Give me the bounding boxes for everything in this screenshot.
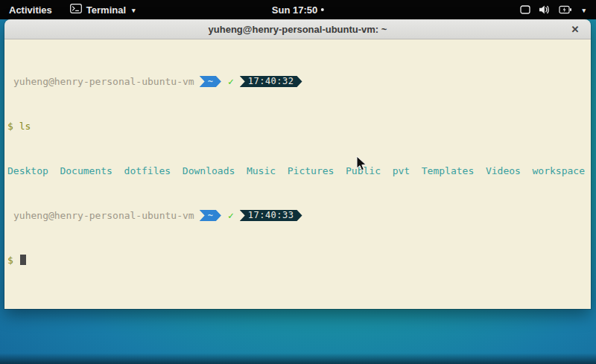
screen-icon bbox=[520, 5, 530, 14]
terminal-cursor bbox=[20, 255, 26, 265]
terminal-window: yuheng@henry-personal-ubuntu-vm: ~ ✕ yuh… bbox=[4, 19, 591, 309]
prompt-user: yuheng@henry-personal-ubuntu-vm bbox=[13, 210, 194, 221]
system-tray[interactable]: ▾ bbox=[510, 0, 596, 19]
file-listing: Desktop Documents dotfiles Downloads Mus… bbox=[7, 165, 588, 176]
prompt-line-1: yuheng@henry-personal-ubuntu-vm ~ ✓ 17:4… bbox=[7, 76, 588, 87]
volume-icon bbox=[539, 4, 551, 15]
window-title: yuheng@henry-personal-ubuntu-vm: ~ bbox=[209, 24, 387, 35]
prompt-time-segment: 17:40:32 bbox=[240, 76, 302, 87]
check-icon: ✓ bbox=[228, 210, 234, 221]
app-menu-label: Terminal bbox=[86, 4, 126, 16]
dir-entry: Templates bbox=[422, 165, 474, 176]
prompt-line-2: yuheng@henry-personal-ubuntu-vm ~ ✓ 17:4… bbox=[7, 210, 588, 221]
prompt-user: yuheng@henry-personal-ubuntu-vm bbox=[13, 76, 194, 87]
battery-charging-icon bbox=[559, 5, 572, 14]
dir-entry: Music bbox=[247, 165, 276, 176]
mouse-cursor bbox=[356, 156, 368, 172]
prompt-time-segment: 17:40:33 bbox=[240, 210, 302, 221]
dir-entry: pvt bbox=[393, 165, 410, 176]
chevron-down-icon: ▾ bbox=[582, 7, 586, 14]
close-button[interactable]: ✕ bbox=[565, 19, 585, 39]
window-titlebar[interactable]: yuheng@henry-personal-ubuntu-vm: ~ ✕ bbox=[4, 19, 591, 39]
prompt-dir-segment: ~ bbox=[200, 76, 221, 87]
command-text: ls bbox=[19, 121, 31, 132]
prompt-dir-segment: ~ bbox=[200, 210, 221, 221]
dir-entry: dotfiles bbox=[124, 165, 171, 176]
prompt-sigil: $ bbox=[7, 255, 13, 266]
dir-entry: Videos bbox=[486, 165, 521, 176]
desktop: Activities Terminal ▾ Sun 17:50 bbox=[0, 0, 596, 364]
prompt-sigil: $ bbox=[7, 121, 13, 132]
dir-entry: workspace bbox=[533, 165, 585, 176]
activities-button[interactable]: Activities bbox=[0, 0, 61, 19]
top-bar: Activities Terminal ▾ Sun 17:50 bbox=[0, 0, 596, 19]
dir-entry: Downloads bbox=[183, 165, 235, 176]
clock-label: Sun 17:50 bbox=[272, 4, 317, 16]
command-line: $ ls bbox=[7, 121, 588, 132]
dir-entry: Documents bbox=[60, 165, 112, 176]
terminal-icon bbox=[70, 4, 82, 16]
clock-button[interactable]: Sun 17:50 bbox=[272, 0, 324, 19]
notification-dot bbox=[321, 8, 324, 11]
app-menu[interactable]: Terminal ▾ bbox=[61, 0, 145, 19]
dir-entry: Desktop bbox=[7, 165, 48, 176]
terminal-content[interactable]: yuheng@henry-personal-ubuntu-vm ~ ✓ 17:4… bbox=[4, 39, 591, 309]
dir-entry: Pictures bbox=[288, 165, 335, 176]
chevron-down-icon: ▾ bbox=[132, 7, 136, 14]
check-icon: ✓ bbox=[228, 76, 234, 87]
input-line: $ bbox=[7, 255, 588, 266]
